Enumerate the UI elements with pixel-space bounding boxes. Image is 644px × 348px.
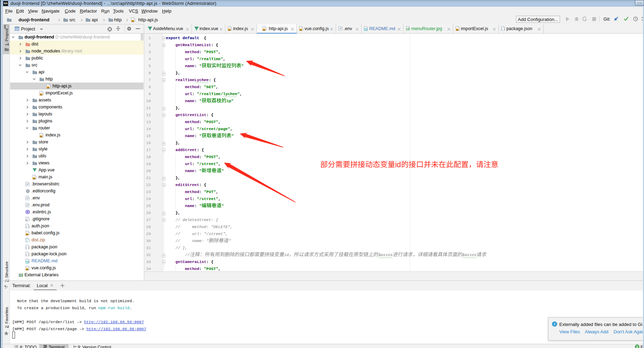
svg-text:JS: JS — [262, 29, 265, 31]
svg-text:MD: MD — [26, 261, 29, 263]
svg-text:JS: JS — [47, 86, 49, 88]
svg-text:MD: MD — [364, 28, 368, 31]
svg-text:JS: JS — [456, 29, 458, 31]
svg-text:JS: JS — [228, 29, 230, 31]
svg-text:1: Project: 1: Project — [5, 29, 9, 46]
svg-text:JS: JS — [26, 233, 28, 235]
svg-text:JS: JS — [26, 268, 28, 270]
svg-text:JS: JS — [40, 135, 42, 137]
svg-text:2: Favorites: 2: Favorites — [5, 307, 9, 328]
svg-text:JS: JS — [131, 20, 134, 22]
svg-text:JS: JS — [40, 93, 42, 95]
svg-text:7: Structure: 7: Structure — [5, 262, 9, 282]
svg-text:JS: JS — [33, 177, 35, 179]
svg-text:JS: JS — [299, 29, 302, 31]
